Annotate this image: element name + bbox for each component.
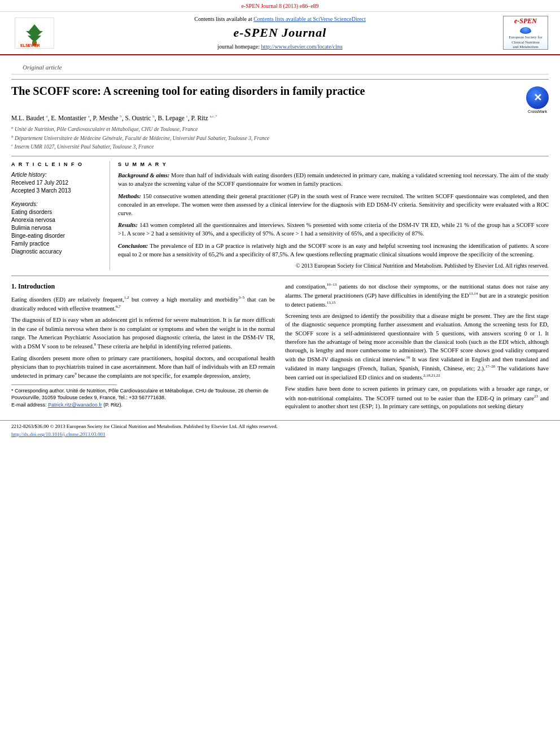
journal-url[interactable]: http://www.elsevier.com/locate/clnu (261, 43, 342, 50)
copyright-line: © 2013 European Society for Clinical Nut… (118, 262, 549, 270)
svg-text:ELSEVIER: ELSEVIER (20, 43, 40, 47)
summary-heading: S U M M A R Y (118, 161, 549, 168)
affiliation-c: c Inserm UMR 1027, Université Paul Sabat… (11, 142, 549, 151)
intro-title: 1. Introduction (11, 282, 275, 291)
keyword-2: Anorexia nervosa (11, 216, 104, 224)
background-label: Background & aims: (118, 172, 169, 178)
elsevier-logo: ELSEVIER (15, 18, 54, 49)
summary-methods: Methods: 150 consecutive women attending… (118, 192, 549, 218)
bottom-bar: 2212-8263/$36.00 © 2013 European Society… (0, 420, 560, 440)
article-type-label: Original article (11, 59, 549, 75)
methods-text: 150 consecutive women attending their ge… (118, 193, 549, 216)
elsevier-logo-area: ELSEVIER (9, 18, 60, 49)
body-right-col: and constipation,10–13 patients do not d… (285, 282, 549, 414)
article-info-summary: A R T I C L E I N F O Article history: R… (11, 161, 549, 270)
keyword-4: Binge-eating disorder (11, 232, 104, 240)
issn-line: 2212-8263/$36.00 © 2013 European Society… (11, 423, 549, 430)
article-content: Original article The SCOFF score: A scre… (0, 55, 560, 414)
keyword-5: Family practice (11, 240, 104, 248)
affiliations: a Unité de Nutrition, Pôle Cardiovascula… (11, 125, 549, 151)
conclusion-label: Conclusion: (118, 243, 148, 249)
body-para-r3: Few studies have been done to screen pat… (285, 385, 549, 410)
conclusion-text: The prevalence of ED in a GP practice is… (118, 243, 549, 257)
received-date: Received 17 July 2012 (11, 179, 104, 187)
journal-title-area: Contents lists available at Contents lis… (65, 15, 495, 51)
doi-line: http://dx.doi.org/10.1016/j.clnme.2013.0… (11, 431, 549, 438)
methods-label: Methods: (118, 193, 141, 199)
affiliation-b: b Département Universitaire de Médecine … (11, 134, 549, 142)
sciverse-link[interactable]: Contents lists available at SciVerse Sci… (253, 16, 366, 22)
article-info-col: A R T I C L E I N F O Article history: R… (11, 161, 110, 270)
body-content: 1. Introduction Eating disorders (ED) ar… (11, 282, 549, 414)
keyword-3: Bulimia nervosa (11, 224, 104, 232)
footnote-2: E-mail address: Patrick.ritz@wanadoo.fr … (11, 401, 275, 409)
title-divider (11, 79, 549, 80)
accepted-date: Accepted 3 March 2013 (11, 187, 104, 195)
affiliation-a: a Unité de Nutrition, Pôle Cardiovascula… (11, 125, 549, 133)
footnote-1: * Corresponding author. Unité de Nutriti… (11, 387, 275, 401)
body-para-2: The diagnosis of ED is easy when an adol… (11, 316, 275, 350)
summary-results: Results: 143 women completed all the que… (118, 221, 549, 238)
body-para-r2: Screening tests are designed to identify… (285, 312, 549, 381)
elsevier-tree-svg: ELSEVIER (18, 23, 51, 47)
doi-link[interactable]: http://dx.doi.org/10.1016/j.clnme.2013.0… (11, 431, 106, 437)
espen-logo-area: e-SPEN European Society forClinical Nutr… (500, 16, 551, 50)
journal-header: ELSEVIER Contents lists available at Con… (0, 12, 560, 55)
journal-name: e-SPEN Journal (65, 24, 495, 42)
journal-homepage: journal homepage: http://www.elsevier.co… (65, 43, 495, 51)
keyword-1: Eating disorders (11, 208, 104, 216)
results-text: 143 women completed all the questionnair… (118, 222, 549, 237)
results-label: Results: (118, 222, 138, 228)
svg-marker-1 (26, 24, 43, 41)
article-title: The SCOFF score: A screening tool for ea… (11, 84, 520, 98)
authors-line: M.L. Baudet a, E. Montastier a, P. Mesth… (11, 113, 549, 123)
keyword-6: Diagnostic accuracy (11, 248, 104, 256)
crossmark-badge: ✕ CrossMark (526, 86, 549, 109)
body-para-3: Eating disorders present more often to p… (11, 354, 275, 380)
summary-conclusion: Conclusion: The prevalence of ED in a GP… (118, 242, 549, 259)
section-divider (11, 276, 549, 276)
crossmark-icon: ✕ (526, 86, 549, 109)
body-para-r1: and constipation,10–13 patients do not d… (285, 282, 549, 308)
body-para-1: Eating disorders (ED) are relatively fre… (11, 295, 275, 312)
content-divider-1 (11, 156, 549, 156)
background-text: More than half of individuals with eatin… (118, 172, 549, 187)
email-link[interactable]: Patrick.ritz@wanadoo.fr (48, 402, 102, 408)
keywords-label: Keywords: (11, 200, 104, 208)
espen-logo: e-SPEN European Society forClinical Nutr… (503, 16, 548, 50)
article-info-heading: A R T I C L E I N F O (11, 161, 104, 168)
summary-col: S U M M A R Y Background & aims: More th… (118, 161, 549, 270)
footnote-divider (11, 385, 117, 385)
journal-citation: e-SPEN Journal 8 (2013) e86–e89 (241, 3, 318, 9)
sciverse-text: Contents lists available at Contents lis… (65, 15, 495, 23)
title-row: The SCOFF score: A screening tool for ea… (11, 84, 549, 109)
summary-background: Background & aims: More than half of ind… (118, 171, 549, 188)
top-bar: e-SPEN Journal 8 (2013) e86–e89 (0, 0, 560, 12)
body-left-col: 1. Introduction Eating disorders (ED) ar… (11, 282, 275, 414)
espen-drop-icon (520, 27, 531, 34)
history-label: Article history: (11, 171, 104, 179)
